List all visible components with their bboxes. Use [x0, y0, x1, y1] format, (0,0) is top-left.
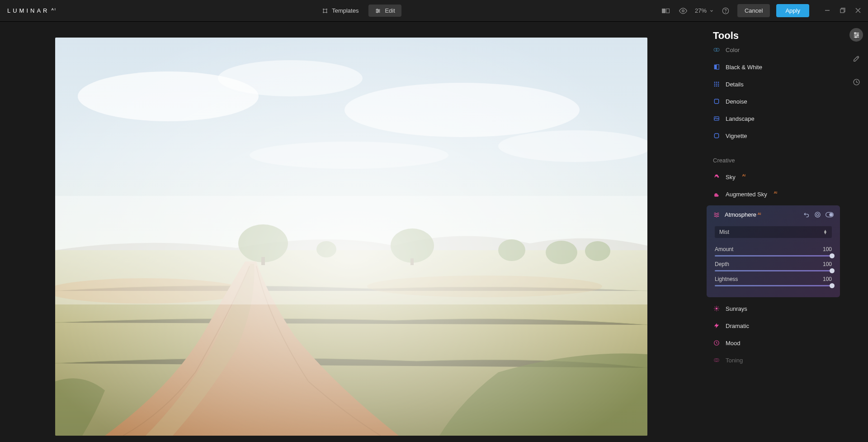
svg-point-39 — [716, 48, 719, 52]
ai-badge: AI — [758, 212, 761, 216]
tool-details[interactable]: Details — [702, 76, 844, 93]
svg-line-64 — [718, 310, 718, 310]
tool-augmented-sky[interactable]: Augmented SkyAI — [702, 185, 844, 203]
edit-tab[interactable]: Edit — [368, 5, 401, 17]
rail-history-icon[interactable] — [849, 75, 863, 89]
slider-track[interactable] — [715, 255, 832, 257]
visibility-toggle-icon[interactable] — [826, 211, 834, 218]
tool-vignette[interactable]: Vignette — [702, 127, 844, 144]
dropdown-arrows-icon: ▲▼ — [823, 230, 827, 235]
app-logo: LUMINAR AI — [7, 7, 57, 14]
tool-label: Black & White — [726, 64, 762, 71]
tool-label: Landscape — [726, 115, 755, 122]
tool-black-white[interactable]: Black & White — [702, 58, 844, 76]
slider-name: Depth — [715, 261, 729, 267]
slider-amount[interactable]: Amount 100 — [707, 244, 840, 259]
toning-icon — [713, 356, 720, 364]
landscape-icon — [713, 115, 720, 122]
edit-label: Edit — [385, 7, 395, 14]
atmosphere-icon — [713, 211, 720, 218]
atmosphere-header[interactable]: AtmosphereAI — [707, 205, 840, 223]
ai-badge: AI — [742, 173, 746, 177]
atmosphere-preset-dropdown[interactable]: Mist ▲▼ — [715, 226, 832, 238]
tool-landscape[interactable]: Landscape — [702, 110, 844, 127]
slider-thumb[interactable] — [830, 268, 835, 273]
svg-point-1 — [326, 9, 327, 10]
main-area: Tools Color Black & White Details Denois… — [0, 22, 868, 442]
apply-button[interactable]: Apply — [776, 4, 809, 17]
slider-lightness[interactable]: Lightness 100 — [707, 274, 840, 289]
color-icon — [713, 46, 720, 53]
tool-label: Toning — [726, 357, 743, 364]
svg-line-63 — [715, 307, 715, 307]
tool-label: Sky — [726, 174, 736, 181]
tool-label: Dramatic — [726, 323, 749, 329]
tool-color[interactable]: Color — [702, 44, 844, 58]
rail-brush-icon[interactable] — [849, 52, 863, 65]
svg-point-12 — [682, 10, 684, 12]
tool-toning[interactable]: Toning — [702, 352, 844, 369]
details-icon — [713, 81, 720, 88]
slider-name: Amount — [715, 246, 733, 252]
atmosphere-header-actions — [803, 211, 834, 218]
window-minimize-icon[interactable] — [825, 8, 830, 14]
svg-rect-53 — [714, 133, 718, 138]
compare-split-icon[interactable] — [660, 5, 671, 16]
window-close-icon[interactable] — [855, 8, 861, 14]
svg-point-9 — [377, 11, 378, 12]
sunrays-icon — [713, 305, 720, 312]
slider-value: 100 — [823, 276, 832, 282]
image-canvas[interactable] — [55, 38, 647, 436]
svg-line-65 — [715, 310, 715, 310]
window-controls — [825, 8, 861, 14]
zoom-dropdown[interactable]: 27% — [695, 7, 714, 14]
mode-switcher: Templates Edit — [316, 5, 401, 17]
mood-icon — [713, 339, 720, 347]
logo-ai-suffix: AI — [52, 7, 57, 11]
logo-text: LUMINAR — [7, 7, 50, 14]
svg-point-75 — [857, 34, 858, 36]
panel-title: Tools — [702, 30, 844, 44]
tool-denoise[interactable]: Denoise — [702, 93, 844, 110]
undo-icon[interactable] — [803, 211, 810, 218]
canvas-area — [0, 22, 702, 442]
tool-sky[interactable]: SkyAI — [702, 168, 844, 185]
mask-icon[interactable] — [814, 211, 821, 218]
slider-thumb[interactable] — [830, 253, 835, 258]
tool-label: Sunrays — [726, 305, 747, 312]
cancel-button[interactable]: Cancel — [737, 4, 770, 17]
ai-badge: AI — [774, 190, 778, 195]
svg-rect-16 — [840, 9, 844, 13]
slider-thumb[interactable] — [830, 283, 835, 288]
rail-adjustments-icon[interactable] — [849, 28, 863, 42]
sky-icon — [713, 173, 720, 181]
templates-icon — [322, 8, 328, 14]
svg-point-3 — [326, 12, 327, 13]
svg-point-0 — [323, 9, 324, 10]
slider-depth[interactable]: Depth 100 — [707, 259, 840, 274]
tool-dramatic[interactable]: Dramatic — [702, 317, 844, 334]
templates-tab[interactable]: Templates — [316, 5, 365, 17]
svg-rect-44 — [718, 82, 719, 83]
svg-rect-48 — [714, 86, 715, 86]
tool-label: Mood — [726, 340, 741, 347]
preview-eye-icon[interactable] — [678, 5, 689, 16]
creative-section-label: Creative — [702, 144, 844, 168]
tool-sunrays[interactable]: Sunrays — [702, 300, 844, 317]
slider-value: 100 — [823, 246, 832, 252]
svg-rect-40 — [714, 65, 717, 70]
window-maximize-icon[interactable] — [840, 8, 845, 14]
svg-rect-45 — [714, 84, 715, 85]
tool-label: Augmented Sky — [726, 191, 767, 198]
tool-mood[interactable]: Mood — [702, 334, 844, 352]
svg-rect-47 — [718, 84, 719, 85]
slider-value: 100 — [823, 261, 832, 267]
svg-point-57 — [830, 213, 832, 216]
top-right-controls: 27% Cancel Apply — [660, 4, 861, 17]
slider-track[interactable] — [715, 285, 832, 286]
svg-point-2 — [323, 12, 324, 13]
slider-track[interactable] — [715, 270, 832, 271]
svg-line-66 — [718, 307, 718, 307]
help-icon[interactable] — [720, 5, 731, 16]
svg-marker-67 — [714, 323, 719, 328]
